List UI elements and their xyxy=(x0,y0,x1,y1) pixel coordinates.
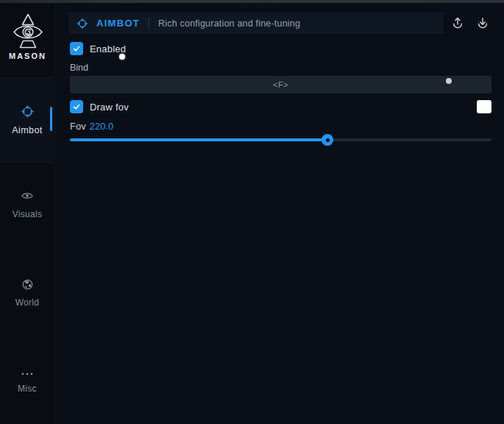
sidebar: MASON Aimbot Visua xyxy=(0,3,55,424)
sidebar-item-world[interactable]: World xyxy=(0,277,54,309)
sidebar-item-label: World xyxy=(15,297,40,308)
page-subtitle: Rich configuration and fine-tuning xyxy=(158,18,300,29)
fov-slider-handle-dot xyxy=(326,138,330,142)
bind-input[interactable]: <F> xyxy=(70,76,491,93)
upload-icon xyxy=(450,15,465,32)
page-title: AIMBOT xyxy=(96,18,140,29)
sidebar-item-misc[interactable]: Misc xyxy=(0,365,54,395)
brand-name: MASON xyxy=(0,52,55,60)
crosshair-icon xyxy=(77,18,88,29)
enabled-checkbox[interactable] xyxy=(70,42,83,55)
checkmark-icon xyxy=(72,44,81,53)
checkmark-icon xyxy=(72,102,81,111)
header-divider xyxy=(149,18,149,29)
draw-fov-checkbox[interactable] xyxy=(70,100,83,113)
draw-fov-label: Draw fov xyxy=(90,102,129,113)
active-tab-indicator xyxy=(50,107,52,131)
sidebar-item-visuals[interactable]: Visuals xyxy=(0,187,54,221)
upload-config-button[interactable] xyxy=(450,15,466,32)
ellipsis-icon xyxy=(21,367,34,380)
fov-slider-label: Fov220.0 xyxy=(70,121,113,132)
sidebar-item-label: Misc xyxy=(18,384,37,394)
main-panel: AIMBOT Rich configuration and fine-tunin… xyxy=(55,3,504,424)
enabled-row[interactable]: Enabled xyxy=(70,42,126,55)
download-icon xyxy=(475,15,490,32)
cursor-dot-secondary xyxy=(446,78,452,84)
fov-label-text: Fov xyxy=(70,121,86,132)
fov-slider-fill xyxy=(70,138,327,141)
mouse-cursor-dot xyxy=(119,54,125,60)
draw-fov-row[interactable]: Draw fov xyxy=(70,100,129,113)
fov-color-swatch[interactable] xyxy=(477,100,491,113)
brand-logo: MASON xyxy=(0,13,55,60)
sidebar-item-label: Visuals xyxy=(13,209,43,219)
section-header: AIMBOT Rich configuration and fine-tunin… xyxy=(68,13,444,34)
fov-slider-track xyxy=(70,138,491,141)
fov-slider[interactable] xyxy=(70,131,491,155)
enabled-label: Enabled xyxy=(90,43,126,54)
globe-icon xyxy=(21,278,34,294)
sidebar-item-label: Aimbot xyxy=(12,125,42,135)
bind-value: <F> xyxy=(273,80,288,89)
crosshair-icon xyxy=(21,105,35,121)
sidebar-item-aimbot[interactable]: Aimbot xyxy=(0,77,54,163)
app-window: MASON Aimbot Visua xyxy=(0,0,504,424)
bind-label: Bind xyxy=(70,63,88,73)
mason-eye-pyramid-icon xyxy=(0,13,55,50)
fov-value: 220.0 xyxy=(90,121,114,132)
fov-slider-handle[interactable] xyxy=(322,134,333,146)
eye-icon xyxy=(21,189,34,205)
download-config-button[interactable] xyxy=(475,15,491,32)
